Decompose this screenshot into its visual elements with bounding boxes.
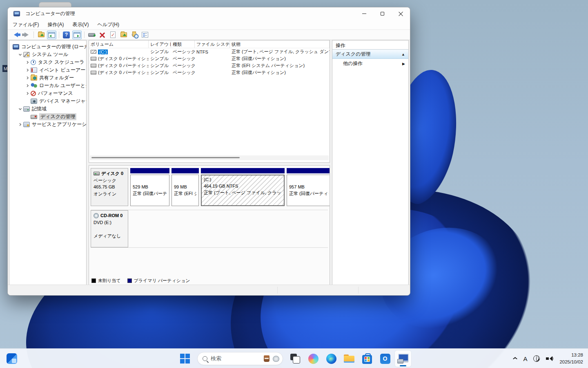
taskbar: 検索 O A 13:28 2025/10/02 [0,348,588,368]
column-header-type[interactable]: 種類 [171,40,195,48]
cdrom-label[interactable]: CD-ROM 0 DVD (E:) メディアなし [91,210,128,247]
forward-button[interactable] [22,31,31,39]
chevron-right-icon[interactable] [25,76,30,80]
chevron-down-icon[interactable] [18,107,22,111]
desktop: M コンピューターの管理 ファイル(F) 操作(A) 表示(V) ヘルプ(H) [0,0,588,368]
file-explorer-icon [344,355,354,363]
computer-management-taskbar-button[interactable] [395,350,411,367]
rescan-disks-button[interactable] [87,31,96,39]
back-arrow-icon [14,32,18,37]
partition-recovery-2[interactable]: 957 MB 正常 (回復パーティション) [287,168,330,206]
tree-item-system-tools[interactable]: システム ツール [9,51,86,58]
computer-management-window: コンピューターの管理 ファイル(F) 操作(A) 表示(V) ヘルプ(H) ? [7,7,410,296]
open-folder-button[interactable] [119,31,128,39]
tree-item-root[interactable]: コンピューターの管理 (ローカル) [9,43,86,51]
rescan-icon [88,33,95,37]
system-tray: A 13:28 2025/10/02 [513,349,583,368]
forward-arrow-icon [24,32,29,37]
start-button[interactable] [177,350,193,367]
partition-color-bar [287,168,330,173]
column-header-layout[interactable]: レイアウト [149,40,171,48]
show-console-tree-button[interactable] [47,31,56,39]
export-list-button[interactable] [36,31,46,39]
taskbar-center-cluster: 検索 O [177,349,411,368]
title-bar[interactable]: コンピューターの管理 [8,7,410,20]
volume-row-c[interactable]: (C:) シンプル ベーシック NTFS 正常 (ブート, ページ ファイル, … [89,48,330,55]
clock[interactable]: 13:28 2025/10/02 [559,352,583,365]
tree-item-device-manager[interactable]: デバイス マネージャー [9,97,86,105]
close-button[interactable] [392,7,410,20]
menu-help[interactable]: ヘルプ(H) [97,21,119,28]
chevron-right-icon[interactable] [25,68,30,72]
explore-button[interactable] [129,31,139,39]
volume-icon [91,57,96,61]
horizontal-scrollbar[interactable] [90,155,329,160]
tree-item-local-users-groups[interactable]: ローカル ユーザーとグループ [9,82,86,90]
actions-more-actions[interactable]: 他の操作 ▶ [332,59,408,68]
partition-c-selected[interactable]: (C:) 464.19 GB NTFS 正常 (ブート, ページ ファイル, ク… [201,168,285,206]
task-view-icon [290,354,300,364]
menu-view[interactable]: 表示(V) [72,21,89,28]
outlook-button[interactable]: O [377,350,393,367]
menu-file[interactable]: ファイル(F) [13,21,39,28]
close-icon [399,11,403,16]
search-box[interactable]: 検索 [197,352,283,365]
partition-efi[interactable]: 99 MB 正常 (EFI システム パーティション) [172,168,199,206]
column-header-status[interactable]: 状態 [230,40,330,48]
tray-overflow-chevron-icon[interactable] [513,357,517,361]
search-placeholder: 検索 [211,355,261,362]
column-header-filesystem[interactable]: ファイル システム [195,40,230,48]
widgets-button[interactable] [7,353,17,364]
properties-button[interactable] [108,31,118,39]
tree-item-performance[interactable]: パフォーマンス [9,90,86,97]
volume-row-partition2[interactable]: (ディスク 0 パーティション 2) シンプル ベーシック 正常 (EFI シス… [89,62,330,69]
tree-item-event-viewer[interactable]: イベント ビューアー [9,66,86,74]
services-icon [23,122,30,127]
tree-item-disk-management[interactable]: ディスクの管理 [9,113,86,121]
actions-section-disk-management[interactable]: ディスクの管理 ▲ [332,49,408,59]
tree-item-storage[interactable]: 記憶域 [9,105,86,113]
maximize-button[interactable] [373,7,392,20]
menu-action[interactable]: 操作(A) [47,21,64,28]
network-globe-icon[interactable] [533,355,540,362]
edge-button[interactable] [323,350,339,367]
tree-item-services-applications[interactable]: サービスとアプリケーション [9,121,86,128]
tree-item-shared-folders[interactable]: 共有フォルダー [9,74,86,82]
column-header-volume[interactable]: ボリューム [89,40,149,48]
ime-indicator[interactable]: A [523,355,527,362]
properties-icon [110,31,116,38]
help-button[interactable]: ? [62,31,71,39]
microsoft-store-button[interactable] [359,350,375,367]
task-view-button[interactable] [287,350,303,367]
unallocated-swatch [91,278,96,283]
graphical-view-pane: ディスク 0 ベーシック 465.75 GB オンライン 529 MB 正常 (… [89,165,330,285]
chevron-right-icon[interactable] [25,84,30,88]
export-list-icon [38,32,45,37]
partition-recovery-1[interactable]: 529 MB 正常 (回復パーティション) [130,168,169,206]
chevron-down-icon[interactable] [18,53,22,56]
scrollbar-thumb[interactable] [91,157,240,158]
chevron-right-icon[interactable] [25,61,30,64]
chevron-right-icon[interactable] [18,123,22,126]
chevron-right-icon[interactable] [25,92,30,95]
copilot-button[interactable] [305,350,321,367]
toolbar-separator [59,31,59,38]
device-manager-icon [31,99,37,104]
volume-icon [91,71,96,74]
collapse-caret-icon[interactable]: ▲ [401,52,405,56]
checklist-icon [142,32,148,38]
tasks-button[interactable] [140,31,149,39]
partition-color-bar [201,168,285,173]
volume-row-partition1[interactable]: (ディスク 0 パーティション 1) シンプル ベーシック 正常 (回復パーティ… [89,55,330,62]
disk0-label[interactable]: ディスク 0 ベーシック 465.75 GB オンライン [91,168,128,206]
file-explorer-button[interactable] [341,350,357,367]
show-action-pane-button[interactable] [72,31,82,39]
volume-row-partition5[interactable]: (ディスク 0 パーティション 5) シンプル ベーシック 正常 (回復パーティ… [89,69,330,76]
back-button[interactable] [11,31,20,39]
minimize-button[interactable] [355,7,373,20]
tree-item-task-scheduler[interactable]: タスク スケジューラ [9,58,86,66]
storage-icon [23,106,30,112]
volume-list-pane: ボリューム レイアウト 種類 ファイル システム 状態 (C:) シンプル ベー… [89,40,330,163]
volume-speaker-icon[interactable] [546,356,553,361]
delete-volume-button[interactable] [98,31,107,39]
